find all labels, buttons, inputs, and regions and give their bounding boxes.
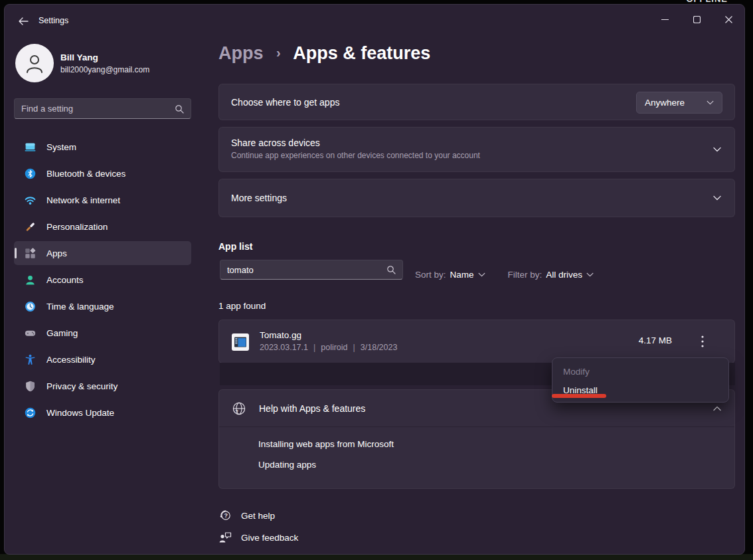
help-body: Installing web apps from Microsoft Updat… [219, 427, 734, 470]
sidebar-item-bluetooth[interactable]: Bluetooth & devices [14, 161, 191, 185]
tomato-gg-app-icon [232, 333, 249, 351]
network-icon [25, 195, 36, 206]
chevron-down-icon [478, 272, 485, 277]
help-link-installing-web-apps[interactable]: Installing web apps from Microsoft [258, 439, 394, 449]
give-feedback-icon [218, 531, 232, 543]
app-details: 2023.03.17.1|poliroid|3/18/2023 [260, 343, 397, 352]
sidebar-item-label: Accessibility [46, 355, 96, 365]
chevron-down-icon[interactable] [713, 147, 721, 152]
time-language-icon [25, 301, 36, 312]
breadcrumb-parent[interactable]: Apps [218, 43, 264, 63]
app-search-input[interactable] [220, 265, 386, 275]
maximize-icon [693, 16, 701, 23]
give-feedback-link[interactable]: Give feedback [218, 531, 298, 543]
sidebar-nav: System Bluetooth & devices Network & int… [14, 135, 191, 427]
settings-search-box[interactable] [14, 98, 191, 119]
svg-text:?: ? [224, 512, 228, 519]
back-arrow-icon [18, 17, 29, 25]
app-more-options-button[interactable] [693, 331, 712, 352]
help-globe-icon: ? [232, 401, 246, 416]
breadcrumb-separator-icon: › [268, 45, 289, 60]
chevron-down-icon [586, 272, 594, 277]
more-settings-card[interactable]: More settings [218, 179, 735, 217]
app-list-heading: App list [218, 241, 252, 252]
sidebar-item-accessibility[interactable]: Accessibility [14, 347, 191, 371]
help-link-updating-apps[interactable]: Updating apps [258, 460, 316, 470]
accessibility-icon [25, 354, 36, 365]
filter-by-label: Filter by: [508, 270, 543, 280]
close-icon [725, 16, 732, 23]
sidebar-item-label: Gaming [46, 328, 78, 338]
app-install-date: 3/18/2023 [361, 343, 398, 352]
close-button[interactable] [715, 10, 742, 29]
minimize-icon [661, 16, 669, 23]
uninstall-red-underline-annotation [552, 394, 606, 398]
detail-separator: | [308, 343, 321, 352]
settings-window: Settings Bill Yang bill2000yang@gmail.co… [4, 4, 745, 555]
sidebar-item-label: Privacy & security [46, 381, 118, 391]
breadcrumb: Apps › Apps & features [218, 43, 430, 64]
app-name: Tomato.gg [260, 330, 301, 340]
sort-by-dropdown[interactable]: Sort by: Name [415, 270, 485, 280]
app-publisher: poliroid [321, 343, 347, 352]
sidebar-item-label: Apps [46, 248, 67, 258]
person-icon [23, 52, 46, 74]
sidebar-item-label: Windows Update [46, 408, 114, 418]
filter-by-value: All drives [546, 270, 582, 280]
maximize-button[interactable] [683, 10, 710, 29]
avatar[interactable] [15, 44, 54, 82]
user-email: bill2000yang@gmail.com [60, 65, 149, 74]
sidebar-item-label: Personalization [46, 222, 108, 232]
sidebar-item-apps[interactable]: Apps [14, 241, 191, 265]
help-title: Help with Apps & features [259, 403, 365, 414]
app-search-box[interactable] [220, 260, 403, 280]
filter-by-dropdown[interactable]: Filter by: All drives [508, 270, 594, 280]
chevron-down-icon [707, 100, 714, 105]
sidebar-item-windows-update[interactable]: Windows Update [14, 401, 191, 424]
gaming-icon [25, 327, 36, 339]
get-help-label: Get help [241, 511, 275, 521]
detail-separator: | [348, 343, 361, 352]
sidebar-item-label: Accounts [46, 275, 84, 285]
help-card: ? Help with Apps & features Installing w… [218, 389, 735, 489]
settings-search-input[interactable] [15, 104, 175, 114]
sidebar-item-system[interactable]: System [14, 135, 191, 159]
share-across-devices-card[interactable]: Share across devices Continue app experi… [218, 127, 735, 172]
sidebar-item-label: Bluetooth & devices [46, 169, 126, 179]
back-button[interactable] [14, 13, 33, 29]
system-icon [25, 141, 36, 153]
chevron-down-icon[interactable] [713, 195, 721, 201]
bluetooth-icon [25, 168, 36, 179]
get-apps-card: Choose where to get apps Anywhere [218, 84, 735, 120]
get-apps-selected-option: Anywhere [645, 98, 685, 108]
sort-by-value: Name [450, 270, 474, 280]
sidebar-item-accounts[interactable]: Accounts [14, 268, 191, 292]
context-menu-modify[interactable]: Modify [552, 362, 728, 381]
sidebar-item-personalization[interactable]: Personalization [14, 215, 191, 238]
sidebar-item-gaming[interactable]: Gaming [14, 321, 191, 345]
desktop-background: OFFLINE Settings Bill Yang bill2000yang@… [0, 0, 753, 560]
sidebar-item-network[interactable]: Network & internet [14, 188, 191, 212]
sort-by-label: Sort by: [415, 270, 446, 280]
get-apps-dropdown[interactable]: Anywhere [636, 92, 722, 114]
more-settings-title: More settings [231, 193, 287, 203]
app-version: 2023.03.17.1 [260, 343, 308, 352]
get-help-link[interactable]: ? Get help [220, 510, 275, 521]
minimize-button[interactable] [651, 10, 678, 29]
share-title: Share across devices [231, 138, 734, 148]
search-icon [175, 104, 184, 114]
apps-icon [25, 248, 36, 259]
get-apps-title: Choose where to get apps [231, 97, 339, 108]
sidebar-item-privacy[interactable]: Privacy & security [14, 374, 191, 398]
give-feedback-label: Give feedback [241, 533, 298, 543]
desktop-bottom-strip [0, 554, 753, 560]
share-description: Continue app experiences on other device… [231, 151, 734, 160]
accounts-icon [25, 274, 36, 286]
chevron-up-icon[interactable] [713, 406, 721, 411]
sidebar-item-label: System [46, 142, 76, 152]
sidebar-item-time-language[interactable]: Time & language [14, 294, 191, 318]
app-size: 4.17 MB [639, 335, 672, 345]
sort-filter-bar: Sort by: Name Filter by: All drives [415, 268, 594, 281]
search-icon [386, 265, 396, 274]
window-title: Settings [39, 16, 68, 25]
